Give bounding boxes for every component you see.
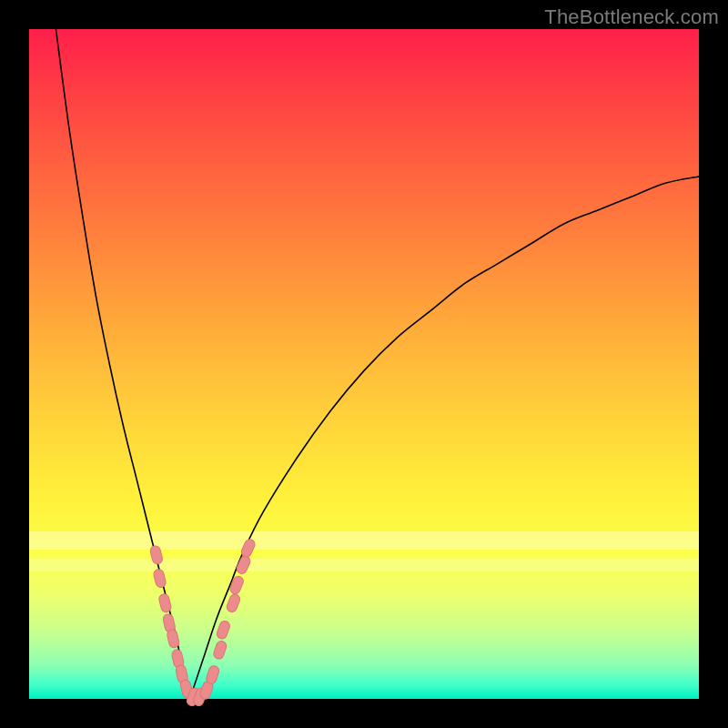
- marker-group: [149, 538, 257, 707]
- marker-capsule: [158, 593, 173, 613]
- marker-capsule: [153, 568, 167, 588]
- curve-layer: [29, 29, 699, 699]
- watermark-text: TheBottleneck.com: [544, 5, 719, 29]
- marker-capsule: [216, 620, 231, 641]
- marker-capsule: [205, 664, 220, 684]
- curve-left-branch: [56, 29, 189, 699]
- plot-area: [29, 29, 699, 699]
- chart-frame: TheBottleneck.com: [0, 0, 728, 728]
- curve-right-branch: [190, 177, 699, 699]
- marker-capsule: [235, 554, 251, 575]
- marker-capsule: [167, 629, 180, 649]
- marker-capsule: [212, 640, 228, 660]
- marker-capsule: [240, 538, 257, 559]
- marker-capsule: [226, 592, 242, 613]
- marker-capsule: [228, 575, 245, 596]
- marker-capsule: [149, 545, 164, 565]
